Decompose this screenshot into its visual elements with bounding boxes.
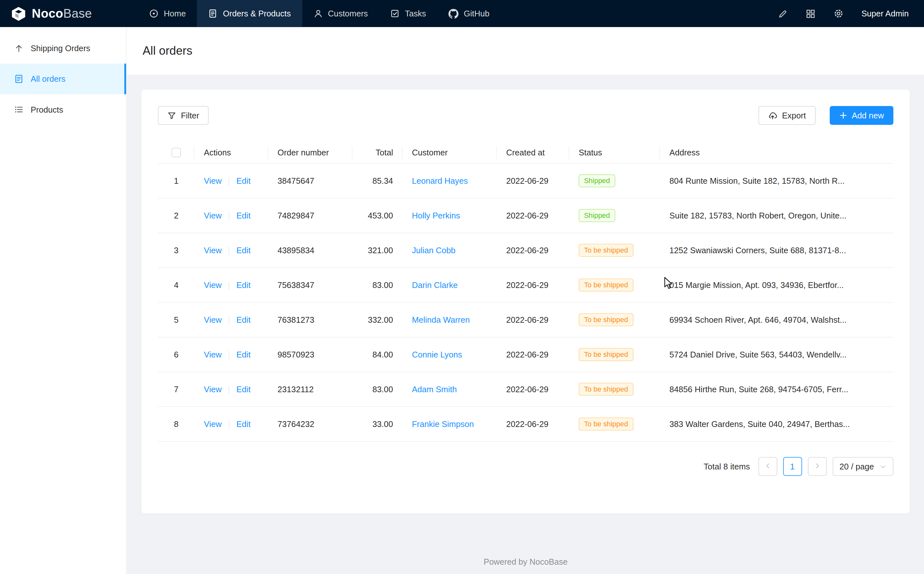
settings-gear-icon[interactable] xyxy=(833,8,844,19)
row-index: 5 xyxy=(158,303,194,337)
column-header-address: Address xyxy=(660,141,893,164)
add-new-button-label: Add new xyxy=(852,111,884,120)
edit-link[interactable]: Edit xyxy=(236,281,251,290)
created-at-cell: 2022-06-29 xyxy=(497,198,569,233)
created-at-cell: 2022-06-29 xyxy=(497,303,569,337)
edit-link[interactable]: Edit xyxy=(236,419,251,429)
table-row: 2 ViewEdit 74829847 453.00 Holly Perkins… xyxy=(158,198,893,233)
add-new-button[interactable]: Add new xyxy=(829,106,893,125)
table-toolbar: Filter Export Add xyxy=(158,106,893,125)
orders-icon xyxy=(208,9,218,18)
filter-button[interactable]: Filter xyxy=(158,106,209,125)
nav-item-label: Orders & Products xyxy=(223,9,291,18)
total-cell: 33.00 xyxy=(352,407,403,442)
customer-link[interactable]: Connie Lyons xyxy=(412,350,462,360)
address-cell: 804 Runte Mission, Suite 182, 15783, Nor… xyxy=(660,164,893,198)
row-index: 6 xyxy=(158,337,194,372)
plugin-grid-icon[interactable] xyxy=(806,9,815,19)
nocobase-logo[interactable]: NocoBase xyxy=(0,0,103,27)
customer-cell: Adam Smith xyxy=(403,372,497,407)
app-window: NocoBase Home Orders & Products Customer… xyxy=(0,0,924,574)
column-header-total: Total xyxy=(352,141,403,164)
actions-cell: ViewEdit xyxy=(194,198,268,233)
action-divider xyxy=(229,247,229,255)
edit-link[interactable]: Edit xyxy=(236,176,251,186)
sidebar-item-label: Products xyxy=(31,105,63,114)
row-index: 3 xyxy=(158,233,194,268)
total-cell: 321.00 xyxy=(352,233,403,268)
status-cell: To be shipped xyxy=(569,233,660,268)
edit-link[interactable]: Edit xyxy=(236,385,251,394)
customer-link[interactable]: Julian Cobb xyxy=(412,246,455,255)
toolbar-right: Export Add new xyxy=(758,106,893,125)
plus-icon xyxy=(839,111,847,120)
actions-cell: ViewEdit xyxy=(194,303,268,337)
highlighter-icon[interactable] xyxy=(778,9,788,19)
content-area: Filter Export Add xyxy=(127,75,924,566)
status-cell: Shipped xyxy=(569,198,660,233)
orders-card: Filter Export Add xyxy=(141,90,910,514)
nav-item-github[interactable]: GitHub xyxy=(437,0,501,27)
page-size-select[interactable]: 20 / page xyxy=(832,457,893,476)
nav-item-home[interactable]: Home xyxy=(138,0,197,27)
page-number-button[interactable]: 1 xyxy=(783,457,802,476)
customer-link[interactable]: Melinda Warren xyxy=(412,315,470,325)
customer-cell: Leonard Hayes xyxy=(403,164,497,198)
view-link[interactable]: View xyxy=(204,211,221,221)
customer-link[interactable]: Adam Smith xyxy=(412,385,457,394)
edit-link[interactable]: Edit xyxy=(236,350,251,360)
orders-file-icon xyxy=(14,74,24,84)
customer-link[interactable]: Holly Perkins xyxy=(412,211,460,221)
customer-link[interactable]: Leonard Hayes xyxy=(412,176,468,186)
column-header-created-at: Created at xyxy=(497,141,569,164)
page-header: All orders xyxy=(127,27,924,75)
action-divider xyxy=(229,178,229,186)
view-link[interactable]: View xyxy=(204,281,221,290)
address-cell: 015 Margie Mission, Apt. 093, 34936, Ebe… xyxy=(660,268,893,303)
edit-link[interactable]: Edit xyxy=(236,246,251,255)
table-row: 6 ViewEdit 98570923 84.00 Connie Lyons 2… xyxy=(158,337,893,372)
table-row: 7 ViewEdit 23132112 83.00 Adam Smith 202… xyxy=(158,372,893,407)
actions-cell: ViewEdit xyxy=(194,372,268,407)
view-link[interactable]: View xyxy=(204,246,221,255)
created-at-cell: 2022-06-29 xyxy=(497,337,569,372)
nav-item-customers[interactable]: Customers xyxy=(302,0,379,27)
nav-item-orders-products[interactable]: Orders & Products xyxy=(197,0,302,27)
page-size-value: 20 / page xyxy=(840,462,874,472)
row-index: 1 xyxy=(158,164,194,198)
customer-link[interactable]: Frankie Simpson xyxy=(412,419,474,429)
edit-link[interactable]: Edit xyxy=(236,211,251,221)
nav-item-tasks[interactable]: Tasks xyxy=(379,0,437,27)
customer-link[interactable]: Darin Clarke xyxy=(412,281,458,290)
view-link[interactable]: View xyxy=(204,385,221,394)
view-link[interactable]: View xyxy=(204,315,221,325)
user-menu[interactable]: Super Admin xyxy=(862,9,909,18)
sidebar-item-all-orders[interactable]: All orders xyxy=(0,64,126,94)
status-cell: To be shipped xyxy=(569,337,660,372)
table-row: 5 ViewEdit 76381273 332.00 Melinda Warre… xyxy=(158,303,893,337)
address-cell: Suite 182, 15783, North Robert, Oregon, … xyxy=(660,198,893,233)
total-cell: 84.00 xyxy=(352,337,403,372)
status-badge: To be shipped xyxy=(578,244,633,257)
table-row: 4 ViewEdit 75638347 83.00 Darin Clarke 2… xyxy=(158,268,893,303)
view-link[interactable]: View xyxy=(204,419,221,429)
next-page-button[interactable] xyxy=(808,457,827,476)
total-cell: 453.00 xyxy=(352,198,403,233)
actions-cell: ViewEdit xyxy=(194,268,268,303)
chevron-down-icon xyxy=(880,463,886,470)
export-button[interactable]: Export xyxy=(758,106,815,125)
filter-icon xyxy=(167,111,176,120)
edit-link[interactable]: Edit xyxy=(236,315,251,325)
view-link[interactable]: View xyxy=(204,176,221,186)
sidebar-item-shipping-orders[interactable]: Shipping Orders xyxy=(0,33,126,64)
prev-page-button[interactable] xyxy=(758,457,777,476)
status-cell: To be shipped xyxy=(569,372,660,407)
select-all-checkbox[interactable] xyxy=(172,148,181,157)
status-cell: To be shipped xyxy=(569,303,660,337)
view-link[interactable]: View xyxy=(204,350,221,360)
address-cell: 84856 Hirthe Run, Suite 268, 94754-6705,… xyxy=(660,372,893,407)
tasks-icon xyxy=(390,9,400,18)
row-index: 7 xyxy=(158,372,194,407)
table-row: 3 ViewEdit 43895834 321.00 Julian Cobb 2… xyxy=(158,233,893,268)
sidebar-item-products[interactable]: Products xyxy=(0,94,126,125)
